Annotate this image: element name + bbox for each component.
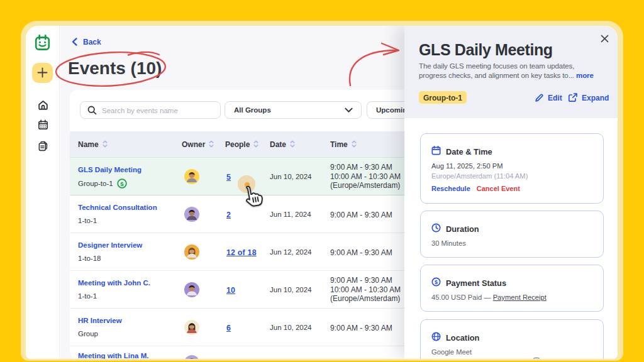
- svg-text:$: $: [120, 180, 124, 187]
- svg-text:$: $: [435, 279, 438, 285]
